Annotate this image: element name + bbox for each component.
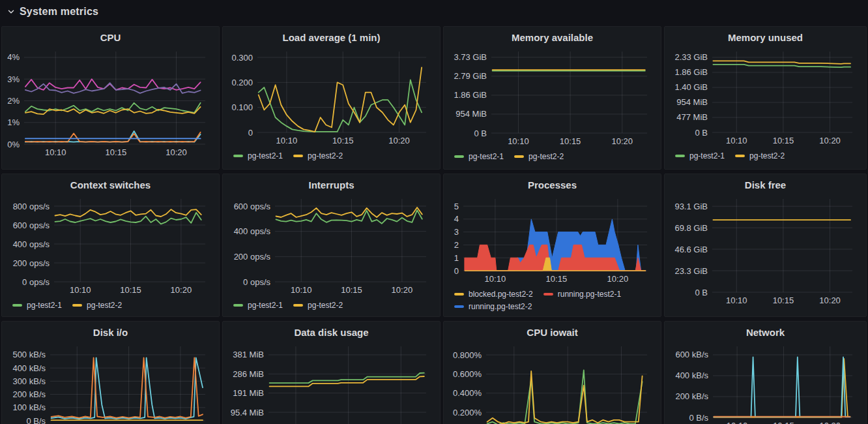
legend-item[interactable]: pg-test2-2 — [514, 151, 564, 162]
chart[interactable]: 0 B/s100 kB/s200 kB/s300 kB/s400 kB/s500… — [7, 341, 213, 424]
panel-title[interactable]: Memory available — [449, 31, 656, 46]
axis-tick-label: 191 MiB — [233, 388, 264, 398]
series-series-orange — [25, 132, 201, 142]
chart[interactable]: 95.4 MiB191 MiB286 MiB381 MiB10:1010:151… — [228, 341, 434, 424]
axis-tick-label: 0 B/s — [689, 413, 708, 423]
section-title: System metrics — [20, 6, 98, 18]
series-series-yellow — [714, 359, 850, 417]
panel-title[interactable]: Data disk usage — [228, 326, 435, 341]
axis-tick-label: 10:20 — [392, 285, 413, 295]
legend-item[interactable]: running.pg-test2-2 — [454, 301, 532, 312]
chart[interactable]: 0.200%0.400%0.600%0.800%10:1010:1510:20 — [449, 341, 655, 424]
series-series-cyan — [51, 357, 203, 419]
axis-tick-label: 2% — [7, 96, 20, 106]
axis-tick-label: 10:20 — [819, 136, 841, 145]
axis-tick-label: 954 MiB — [676, 97, 708, 107]
series-pg-test2-1 — [55, 213, 201, 224]
panel-memory-unused: Memory unused0 B477 MiB954 MiB1.40 GiB1.… — [664, 26, 867, 170]
panel-disk-i-o: Disk i/o0 B/s100 kB/s200 kB/s300 kB/s400… — [1, 321, 220, 424]
chart[interactable]: 0 B23.3 GiB46.6 GiB69.8 GiB93.1 GiB10:10… — [670, 194, 860, 307]
axis-tick-label: 10:20 — [171, 285, 192, 295]
panel-title[interactable]: CPU — [7, 31, 214, 46]
legend-item[interactable]: pg-test2-1 — [454, 151, 504, 162]
chart[interactable]: 0%1%2%3%4%10:1010:1510:20 — [7, 46, 213, 159]
panel-title[interactable]: Context switches — [7, 178, 214, 194]
axis-tick-label: 3 — [454, 227, 459, 237]
axis-tick-label: 0.800% — [453, 350, 482, 360]
legend: pg-test2-1pg-test2-2 — [228, 296, 435, 310]
panel-title[interactable]: CPU iowait — [449, 326, 656, 341]
panel-load-average-1-min: Load average (1 min)00.1000.2000.30010:1… — [222, 26, 441, 170]
panel-title[interactable]: Disk i/o — [7, 326, 214, 341]
legend-label: pg-test2-2 — [308, 151, 343, 160]
axis-tick-label: 2.33 GiB — [674, 52, 708, 62]
chart[interactable]: 0 ops/s200 ops/s400 ops/s600 ops/s800 op… — [7, 194, 213, 296]
axis-tick-label: 10:15 — [341, 285, 362, 295]
axis-tick-label: 0.200 — [231, 78, 253, 87]
legend-item[interactable]: pg-test2-1 — [233, 150, 283, 161]
axis-tick-label: 2.79 GiB — [454, 71, 487, 81]
legend-item[interactable]: blocked.pg-test2-2 — [454, 288, 533, 299]
legend-item[interactable]: pg-test2-2 — [72, 299, 122, 310]
axis-tick-label: 0.300 — [231, 53, 253, 63]
panel-context-switches: Context switches0 ops/s200 ops/s400 ops/… — [1, 174, 220, 317]
legend-item[interactable]: pg-test2-1 — [233, 299, 283, 310]
axis-tick-label: 0 — [454, 266, 459, 276]
axis-tick-label: 500 kB/s — [12, 350, 46, 359]
panel-title[interactable]: Network — [670, 326, 861, 341]
chart[interactable]: 0 B954 MiB1.86 GiB2.79 GiB3.73 GiB10:101… — [449, 46, 655, 147]
axis-tick-label: 800 ops/s — [13, 202, 50, 211]
legend-label: running.pg-test2-1 — [558, 290, 621, 299]
axis-tick-label: 600 ops/s — [13, 220, 50, 230]
legend-label: blocked.pg-test2-2 — [469, 290, 533, 299]
section-header[interactable]: System metrics — [0, 0, 868, 23]
chart[interactable]: 0 B/s200 kB/s400 kB/s600 kB/s10:1010:151… — [670, 341, 860, 424]
axis-tick-label: 1.86 GiB — [674, 67, 708, 77]
chart[interactable]: 00.1000.2000.30010:1010:1510:20 — [228, 46, 434, 147]
legend-item[interactable]: running.pg-test2-1 — [543, 288, 621, 299]
axis-tick-label: 300 kB/s — [12, 376, 46, 386]
legend-swatch-icon — [293, 304, 303, 307]
legend-item[interactable]: pg-test2-1 — [12, 299, 62, 310]
legend-item[interactable]: pg-test2-2 — [735, 150, 785, 161]
axis-tick-label: 3% — [7, 74, 20, 84]
legend-swatch-icon — [293, 155, 303, 157]
legend: pg-test2-1pg-test2-2 — [7, 296, 214, 310]
legend-item[interactable]: pg-test2-2 — [293, 150, 343, 161]
panel-disk-free: Disk free0 B23.3 GiB46.6 GiB69.8 GiB93.1… — [664, 174, 867, 317]
axis-tick-label: 0 B — [695, 288, 708, 297]
axis-tick-label: 10:15 — [773, 295, 794, 305]
axis-tick-label: 0 ops/s — [243, 277, 270, 287]
chart[interactable]: 01234510:1010:1510:20 — [449, 194, 655, 285]
axis-tick-label: 1% — [7, 117, 20, 127]
axis-tick-label: 0 B — [695, 128, 708, 138]
axis-tick-label: 10:10 — [291, 285, 312, 295]
axis-tick-label: 10:10 — [726, 136, 747, 145]
axis-tick-label: 1 — [454, 253, 459, 263]
axis-tick-label: 10:15 — [106, 147, 127, 157]
legend: pg-test2-1pg-test2-2 — [670, 147, 861, 161]
series-pg-test2-2 — [259, 67, 422, 132]
axis-tick-label: 69.8 GiB — [674, 223, 708, 233]
series-pg-test2-2 — [55, 209, 201, 217]
legend-label: pg-test2-1 — [27, 301, 62, 310]
axis-tick-label: 10:15 — [332, 136, 354, 145]
axis-tick-label: 95.4 MiB — [231, 408, 264, 417]
legend-item[interactable]: pg-test2-2 — [293, 299, 343, 310]
panel-title[interactable]: Interrupts — [228, 178, 435, 194]
panel-title[interactable]: Load average (1 min) — [228, 31, 435, 46]
chart[interactable]: 0 B477 MiB954 MiB1.40 GiB1.86 GiB2.33 Gi… — [670, 46, 860, 147]
axis-tick-label: 200 ops/s — [13, 258, 50, 268]
panel-title[interactable]: Memory unused — [670, 31, 861, 46]
axis-tick-label: 200 kB/s — [675, 391, 708, 401]
axis-tick-label: 10:20 — [819, 421, 841, 424]
legend-label: pg-test2-2 — [528, 152, 564, 161]
chart[interactable]: 0 ops/s200 ops/s400 ops/s600 ops/s10:101… — [228, 194, 434, 296]
panel-title[interactable]: Processes — [449, 178, 656, 194]
series-series-green — [487, 371, 643, 424]
legend-item[interactable]: pg-test2-1 — [675, 150, 725, 161]
panel-title[interactable]: Disk free — [670, 178, 861, 194]
axis-tick-label: 400 kB/s — [675, 371, 708, 380]
axis-tick-label: 200 ops/s — [234, 252, 271, 262]
axis-tick-label: 93.1 GiB — [674, 202, 708, 211]
